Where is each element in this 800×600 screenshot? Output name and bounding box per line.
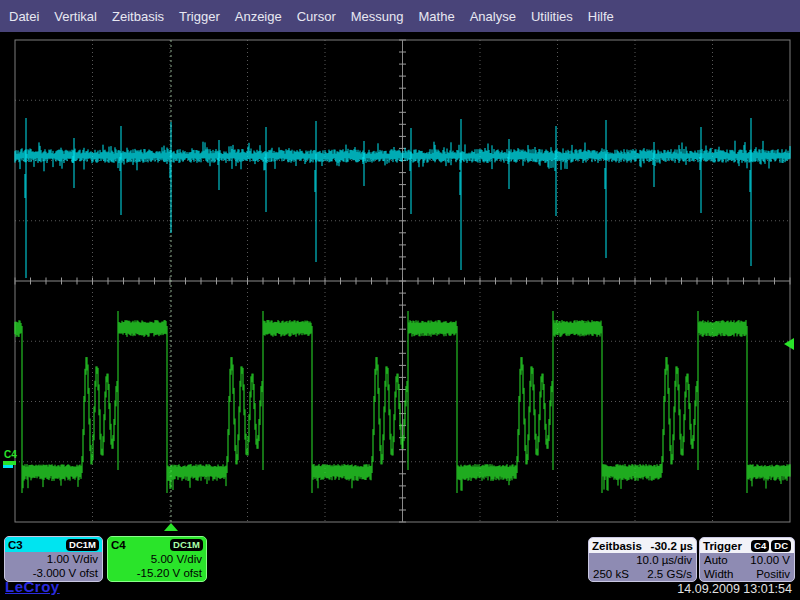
trigger-header: Trigger C4 DC xyxy=(700,538,794,553)
trigger-type-row: Width Positiv xyxy=(700,567,794,581)
timebase-sampling-row: 250 kS 2.5 GS/s xyxy=(589,567,696,581)
channel-c4-header: C4 DC1M xyxy=(108,537,206,552)
channel-c3-box[interactable]: C3 DC1M 1.00 V/div -3.000 V ofst xyxy=(4,536,103,582)
trigger-source-badge: C4 xyxy=(751,540,769,552)
trigger-slope: Positiv xyxy=(756,567,790,581)
channel-c4-box[interactable]: C4 DC1M 5.00 V/div -15.20 V ofst xyxy=(107,536,207,582)
timebase-scale: 10.0 µs/div xyxy=(636,553,692,567)
trigger-coupling-badge: DC xyxy=(771,540,791,552)
trigger-time-marker[interactable] xyxy=(164,523,178,531)
channel-c4-scale: 5.00 V/div xyxy=(112,552,202,566)
lecroy-logo: LeCroy xyxy=(5,578,60,595)
oscilloscope-screen: DateiVertikalZeitbasisTriggerAnzeigeCurs… xyxy=(0,0,800,600)
channel-c4-settings: 5.00 V/div -15.20 V ofst xyxy=(108,552,206,580)
timebase-scale-row: 10.0 µs/div xyxy=(589,553,696,567)
trigger-mode: Auto xyxy=(704,553,728,567)
timebase-title: Zeitbasis xyxy=(592,539,642,553)
trigger-type: Width xyxy=(704,567,733,581)
trigger-title: Trigger xyxy=(703,539,742,553)
c4-zero-marker-label[interactable]: C4 xyxy=(4,449,17,460)
timebase-delay: -30.2 µs xyxy=(651,539,693,553)
trigger-box[interactable]: Trigger C4 DC Auto 10.00 V Width Positiv xyxy=(699,537,795,582)
timebase-rate: 2.5 GS/s xyxy=(647,567,692,581)
channel-c3-coupling-badge: DC1M xyxy=(66,539,99,551)
channel-c3-label: C3 xyxy=(8,538,23,552)
channel-c3-header: C3 DC1M xyxy=(5,537,102,552)
channel-c4-label: C4 xyxy=(111,538,126,552)
graticule xyxy=(15,40,790,522)
timebase-samples: 250 kS xyxy=(593,567,629,581)
trigger-mode-row: Auto 10.00 V xyxy=(700,553,794,567)
c3-zero-marker[interactable] xyxy=(3,465,13,468)
channel-c4-coupling-badge: DC1M xyxy=(170,539,203,551)
datetime-display: 14.09.2009 13:01:54 xyxy=(677,582,792,596)
channel-c3-scale: 1.00 V/div xyxy=(9,552,98,566)
channel-c3-settings: 1.00 V/div -3.000 V ofst xyxy=(5,552,102,580)
trigger-level: 10.00 V xyxy=(750,553,790,567)
timebase-header: Zeitbasis -30.2 µs xyxy=(589,538,696,553)
c4-zero-marker[interactable] xyxy=(3,461,16,465)
timebase-box[interactable]: Zeitbasis -30.2 µs 10.0 µs/div 250 kS 2.… xyxy=(588,537,697,582)
waveform-display: C4 xyxy=(0,0,800,600)
channel-c4-offset: -15.20 V ofst xyxy=(112,566,202,580)
trigger-badges: C4 DC xyxy=(751,540,791,552)
trigger-level-marker[interactable] xyxy=(784,338,794,350)
